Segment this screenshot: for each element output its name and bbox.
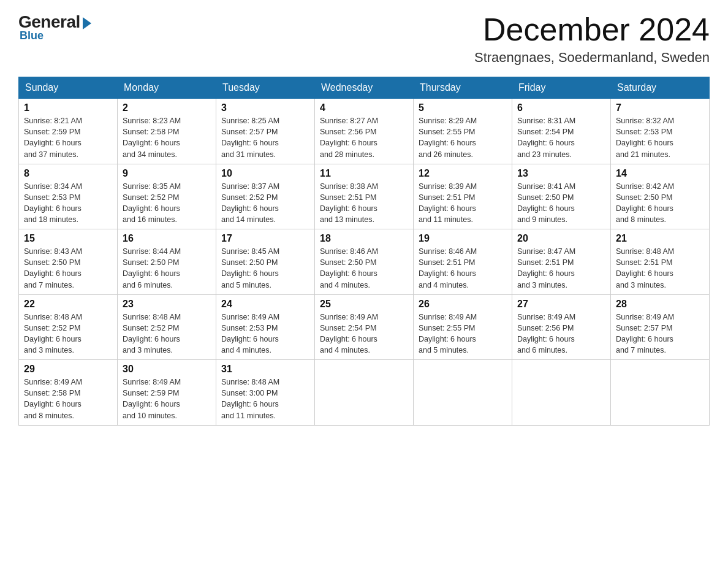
calendar-cell: 2Sunrise: 8:23 AM Sunset: 2:58 PM Daylig… [118, 99, 216, 164]
day-number: 19 [419, 233, 507, 244]
day-number: 12 [419, 168, 507, 179]
logo-blue-text: Blue [20, 29, 44, 42]
calendar-week-row: 29Sunrise: 8:49 AM Sunset: 2:58 PM Dayli… [19, 360, 710, 426]
calendar-cell: 13Sunrise: 8:41 AM Sunset: 2:50 PM Dayli… [512, 164, 611, 229]
day-of-week-header: Friday [512, 77, 611, 99]
day-info: Sunrise: 8:45 AM Sunset: 2:50 PM Dayligh… [221, 246, 309, 291]
day-number: 22 [24, 299, 112, 310]
day-number: 23 [123, 299, 211, 310]
day-number: 18 [320, 233, 408, 244]
day-info: Sunrise: 8:49 AM Sunset: 2:58 PM Dayligh… [24, 377, 112, 421]
day-number: 8 [24, 168, 112, 179]
day-info: Sunrise: 8:49 AM Sunset: 2:53 PM Dayligh… [221, 312, 309, 356]
day-info: Sunrise: 8:49 AM Sunset: 2:55 PM Dayligh… [419, 312, 507, 356]
calendar-cell: 14Sunrise: 8:42 AM Sunset: 2:50 PM Dayli… [611, 164, 710, 229]
day-number: 7 [616, 102, 704, 113]
day-number: 29 [24, 364, 112, 375]
day-number: 15 [24, 233, 112, 244]
calendar-cell [414, 360, 512, 426]
day-number: 9 [123, 168, 211, 179]
day-number: 4 [320, 102, 408, 113]
day-info: Sunrise: 8:48 AM Sunset: 2:52 PM Dayligh… [24, 312, 112, 356]
calendar-cell: 10Sunrise: 8:37 AM Sunset: 2:52 PM Dayli… [216, 164, 315, 229]
calendar-cell [611, 360, 710, 426]
day-info: Sunrise: 8:25 AM Sunset: 2:57 PM Dayligh… [221, 115, 309, 160]
day-number: 3 [221, 102, 309, 113]
calendar-cell: 4Sunrise: 8:27 AM Sunset: 2:56 PM Daylig… [315, 99, 414, 164]
logo-arrow-icon [83, 17, 91, 29]
day-info: Sunrise: 8:29 AM Sunset: 2:55 PM Dayligh… [419, 115, 507, 160]
calendar-week-row: 8Sunrise: 8:34 AM Sunset: 2:53 PM Daylig… [19, 164, 710, 229]
day-number: 24 [221, 299, 309, 310]
day-number: 30 [123, 364, 211, 375]
day-number: 1 [24, 102, 112, 113]
day-info: Sunrise: 8:43 AM Sunset: 2:50 PM Dayligh… [24, 246, 112, 291]
calendar-cell: 31Sunrise: 8:48 AM Sunset: 3:00 PM Dayli… [216, 360, 315, 426]
day-info: Sunrise: 8:47 AM Sunset: 2:51 PM Dayligh… [517, 246, 605, 291]
day-info: Sunrise: 8:48 AM Sunset: 2:51 PM Dayligh… [616, 246, 704, 291]
day-number: 28 [616, 299, 704, 310]
calendar-cell [512, 360, 611, 426]
day-info: Sunrise: 8:48 AM Sunset: 2:52 PM Dayligh… [123, 312, 211, 356]
calendar-cell: 15Sunrise: 8:43 AM Sunset: 2:50 PM Dayli… [19, 229, 118, 295]
day-info: Sunrise: 8:32 AM Sunset: 2:53 PM Dayligh… [616, 115, 704, 160]
calendar-cell: 6Sunrise: 8:31 AM Sunset: 2:54 PM Daylig… [512, 99, 611, 164]
calendar-cell [315, 360, 414, 426]
day-number: 21 [616, 233, 704, 244]
calendar-cell: 16Sunrise: 8:44 AM Sunset: 2:50 PM Dayli… [118, 229, 216, 295]
day-number: 10 [221, 168, 309, 179]
day-info: Sunrise: 8:35 AM Sunset: 2:52 PM Dayligh… [123, 181, 211, 226]
calendar-cell: 19Sunrise: 8:46 AM Sunset: 2:51 PM Dayli… [414, 229, 512, 295]
page-header: General Blue December 2024 Straengnaes, … [18, 12, 710, 66]
calendar-cell: 7Sunrise: 8:32 AM Sunset: 2:53 PM Daylig… [611, 99, 710, 164]
day-info: Sunrise: 8:46 AM Sunset: 2:50 PM Dayligh… [320, 246, 408, 291]
day-of-week-header: Sunday [19, 77, 118, 99]
day-info: Sunrise: 8:48 AM Sunset: 3:00 PM Dayligh… [221, 377, 309, 421]
day-info: Sunrise: 8:23 AM Sunset: 2:58 PM Dayligh… [123, 115, 211, 160]
day-number: 26 [419, 299, 507, 310]
calendar-cell: 23Sunrise: 8:48 AM Sunset: 2:52 PM Dayli… [118, 294, 216, 360]
day-number: 5 [419, 102, 507, 113]
day-of-week-header: Thursday [414, 77, 512, 99]
day-info: Sunrise: 8:49 AM Sunset: 2:59 PM Dayligh… [123, 377, 211, 421]
calendar-cell: 30Sunrise: 8:49 AM Sunset: 2:59 PM Dayli… [118, 360, 216, 426]
calendar-week-row: 15Sunrise: 8:43 AM Sunset: 2:50 PM Dayli… [19, 229, 710, 295]
calendar-cell: 12Sunrise: 8:39 AM Sunset: 2:51 PM Dayli… [414, 164, 512, 229]
logo: General Blue [18, 12, 91, 42]
day-info: Sunrise: 8:31 AM Sunset: 2:54 PM Dayligh… [517, 115, 605, 160]
day-number: 25 [320, 299, 408, 310]
calendar-cell: 1Sunrise: 8:21 AM Sunset: 2:59 PM Daylig… [19, 99, 118, 164]
calendar-cell: 26Sunrise: 8:49 AM Sunset: 2:55 PM Dayli… [414, 294, 512, 360]
calendar-cell: 17Sunrise: 8:45 AM Sunset: 2:50 PM Dayli… [216, 229, 315, 295]
day-info: Sunrise: 8:49 AM Sunset: 2:57 PM Dayligh… [616, 312, 704, 356]
day-info: Sunrise: 8:46 AM Sunset: 2:51 PM Dayligh… [419, 246, 507, 291]
calendar-cell: 18Sunrise: 8:46 AM Sunset: 2:50 PM Dayli… [315, 229, 414, 295]
calendar-cell: 28Sunrise: 8:49 AM Sunset: 2:57 PM Dayli… [611, 294, 710, 360]
day-of-week-header: Saturday [611, 77, 710, 99]
day-info: Sunrise: 8:27 AM Sunset: 2:56 PM Dayligh… [320, 115, 408, 160]
calendar-cell: 22Sunrise: 8:48 AM Sunset: 2:52 PM Dayli… [19, 294, 118, 360]
calendar-week-row: 22Sunrise: 8:48 AM Sunset: 2:52 PM Dayli… [19, 294, 710, 360]
day-info: Sunrise: 8:39 AM Sunset: 2:51 PM Dayligh… [419, 181, 507, 226]
day-number: 27 [517, 299, 605, 310]
calendar-cell: 8Sunrise: 8:34 AM Sunset: 2:53 PM Daylig… [19, 164, 118, 229]
calendar-cell: 24Sunrise: 8:49 AM Sunset: 2:53 PM Dayli… [216, 294, 315, 360]
month-year-title: December 2024 [474, 12, 710, 47]
calendar-cell: 20Sunrise: 8:47 AM Sunset: 2:51 PM Dayli… [512, 229, 611, 295]
day-of-week-header: Wednesday [315, 77, 414, 99]
day-number: 6 [517, 102, 605, 113]
calendar-cell: 11Sunrise: 8:38 AM Sunset: 2:51 PM Dayli… [315, 164, 414, 229]
day-info: Sunrise: 8:37 AM Sunset: 2:52 PM Dayligh… [221, 181, 309, 226]
location-subtitle: Straengnaes, Soedermanland, Sweden [474, 50, 710, 66]
day-of-week-header: Tuesday [216, 77, 315, 99]
calendar-cell: 9Sunrise: 8:35 AM Sunset: 2:52 PM Daylig… [118, 164, 216, 229]
calendar-cell: 3Sunrise: 8:25 AM Sunset: 2:57 PM Daylig… [216, 99, 315, 164]
calendar-cell: 21Sunrise: 8:48 AM Sunset: 2:51 PM Dayli… [611, 229, 710, 295]
day-info: Sunrise: 8:44 AM Sunset: 2:50 PM Dayligh… [123, 246, 211, 291]
day-number: 16 [123, 233, 211, 244]
day-info: Sunrise: 8:34 AM Sunset: 2:53 PM Dayligh… [24, 181, 112, 226]
day-number: 17 [221, 233, 309, 244]
calendar-cell: 29Sunrise: 8:49 AM Sunset: 2:58 PM Dayli… [19, 360, 118, 426]
day-number: 11 [320, 168, 408, 179]
day-info: Sunrise: 8:49 AM Sunset: 2:56 PM Dayligh… [517, 312, 605, 356]
